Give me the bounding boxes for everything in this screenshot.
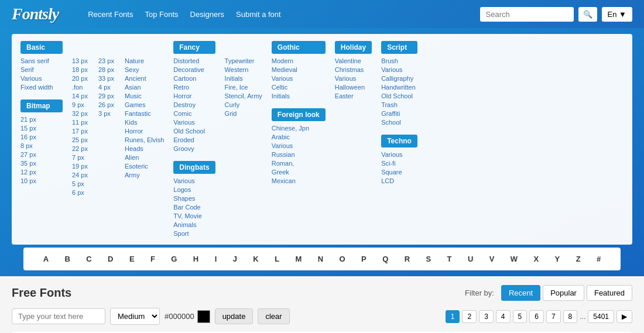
cat-fantastic[interactable]: Fantastic xyxy=(125,109,164,118)
color-swatch[interactable] xyxy=(197,310,210,323)
page-1[interactable]: 1 xyxy=(446,310,460,323)
alpha-m[interactable]: M xyxy=(293,253,304,265)
cat-runes[interactable]: Runes, Elvish xyxy=(125,136,164,144)
search-button[interactable]: 🔍 xyxy=(578,7,597,22)
page-5[interactable]: 5 xyxy=(513,310,527,323)
size-25[interactable]: 25 px xyxy=(72,136,89,144)
bitmap-size-2[interactable]: 15 px xyxy=(20,124,63,132)
logo[interactable]: Fontsly xyxy=(12,5,59,23)
size-select[interactable]: Medium xyxy=(110,308,160,325)
cat-animals[interactable]: Animals xyxy=(173,221,215,229)
cat-various-script[interactable]: Various xyxy=(381,66,417,74)
cat-old-school-script[interactable]: Old School xyxy=(381,92,417,100)
size-23[interactable]: 23 px xyxy=(98,57,115,65)
alpha-r[interactable]: R xyxy=(402,253,412,265)
size-20[interactable]: 20 px xyxy=(72,74,89,83)
cat-christmas[interactable]: Christmas xyxy=(335,66,372,74)
cat-comic[interactable]: Comic xyxy=(173,109,215,118)
alpha-b[interactable]: B xyxy=(63,253,73,265)
cat-various-holiday[interactable]: Various xyxy=(335,74,372,83)
cat-asian[interactable]: Asian xyxy=(125,83,164,91)
filter-featured[interactable]: Featured xyxy=(587,285,632,301)
cat-heads[interactable]: Heads xyxy=(125,145,164,153)
cat-sci-fi[interactable]: Sci-fi xyxy=(381,159,417,167)
basic-header[interactable]: Basic xyxy=(20,41,63,54)
size-5[interactable]: 5 px xyxy=(72,180,89,188)
filter-popular[interactable]: Popular xyxy=(543,285,584,301)
bitmap-size-4[interactable]: 8 px xyxy=(20,142,63,150)
alpha-g[interactable]: G xyxy=(169,253,179,265)
nav-top-fonts[interactable]: Top Fonts xyxy=(145,10,178,19)
size-28[interactable]: 28 px xyxy=(98,66,115,74)
alpha-j[interactable]: J xyxy=(231,253,239,265)
cat-various-ding[interactable]: Various xyxy=(173,177,215,185)
bitmap-size-6[interactable]: 35 px xyxy=(20,159,63,167)
alpha-c[interactable]: C xyxy=(84,253,94,265)
cat-kids[interactable]: Kids xyxy=(125,118,164,126)
bitmap-size-7[interactable]: 12 px xyxy=(20,168,63,176)
size-9[interactable]: 9 px xyxy=(72,101,89,109)
alpha-s[interactable]: S xyxy=(423,253,433,265)
cat-fixed-width[interactable]: Fixed width xyxy=(20,83,63,91)
cat-horror[interactable]: Horror xyxy=(125,127,164,135)
cat-music[interactable]: Music xyxy=(125,92,164,100)
cat-grid[interactable]: Grid xyxy=(225,109,262,118)
alpha-e[interactable]: E xyxy=(127,253,137,265)
alpha-i[interactable]: I xyxy=(213,253,220,265)
cat-various[interactable]: Various xyxy=(20,74,63,83)
cat-graffiti[interactable]: Graffiti xyxy=(381,109,417,118)
cat-square[interactable]: Square xyxy=(381,168,417,176)
filter-recent[interactable]: Recent xyxy=(501,285,540,301)
cat-ancient[interactable]: Ancient xyxy=(125,74,164,83)
cat-initials[interactable]: Initials xyxy=(225,74,262,83)
cat-mexican[interactable]: Mexican xyxy=(272,177,326,185)
cat-trash[interactable]: Trash xyxy=(381,101,417,109)
cat-alien[interactable]: Alien xyxy=(125,153,164,162)
page-next[interactable]: ▶ xyxy=(616,310,632,323)
cat-sans-serif[interactable]: Sans serif xyxy=(20,57,63,65)
cat-eroded[interactable]: Eroded xyxy=(173,136,215,144)
cat-stencil[interactable]: Stencil, Army xyxy=(225,92,262,100)
alpha-t[interactable]: T xyxy=(445,253,454,265)
alpha-v[interactable]: V xyxy=(487,253,497,265)
page-2[interactable]: 2 xyxy=(462,310,477,323)
nav-submit-font[interactable]: Submit a font xyxy=(236,10,281,19)
cat-russian[interactable]: Russian xyxy=(272,150,326,159)
cat-initials-gothic[interactable]: Initials xyxy=(272,92,326,100)
bitmap-size-8[interactable]: 10 px xyxy=(20,177,63,185)
size-19[interactable]: 19 px xyxy=(72,162,89,170)
cat-old-school-fancy[interactable]: Old School xyxy=(173,127,215,135)
nav-recent-fonts[interactable]: Recent Fonts xyxy=(88,10,133,19)
cat-fire-ice[interactable]: Fire, Ice xyxy=(225,83,262,91)
alpha-f[interactable]: F xyxy=(148,253,157,265)
cat-school[interactable]: School xyxy=(381,118,417,126)
size-7[interactable]: 7 px xyxy=(72,153,89,162)
page-6[interactable]: 6 xyxy=(529,310,544,323)
size-17[interactable]: 17 px xyxy=(72,127,89,135)
cat-decorative[interactable]: Decorative xyxy=(173,66,215,74)
cat-logos[interactable]: Logos xyxy=(173,186,215,194)
size-33[interactable]: 33 px xyxy=(98,74,115,83)
cat-easter[interactable]: Easter xyxy=(335,92,372,100)
size-13[interactable]: 13 px xyxy=(72,57,89,65)
size-3[interactable]: 3 px xyxy=(98,109,115,118)
cat-medieval[interactable]: Medieval xyxy=(272,66,326,74)
size-4[interactable]: 4 px xyxy=(98,83,115,91)
gothic-header[interactable]: Gothic xyxy=(272,41,326,54)
alpha-a[interactable]: A xyxy=(41,253,51,265)
page-8[interactable]: 8 xyxy=(563,310,578,323)
size-29[interactable]: 29 px xyxy=(98,92,115,100)
cat-celtic[interactable]: Celtic xyxy=(272,83,326,91)
size-14[interactable]: 14 px xyxy=(72,92,89,100)
alpha-o[interactable]: O xyxy=(337,253,348,265)
cat-modern[interactable]: Modern xyxy=(272,57,326,65)
alpha-u[interactable]: U xyxy=(465,253,475,265)
cat-calligraphy[interactable]: Calligraphy xyxy=(381,74,417,83)
size-11[interactable]: 11 px xyxy=(72,118,89,126)
cat-valentine[interactable]: Valentine xyxy=(335,57,372,65)
page-7[interactable]: 7 xyxy=(546,310,561,323)
cat-sport[interactable]: Sport xyxy=(173,229,215,238)
language-selector[interactable]: En ▼ xyxy=(602,7,632,22)
alpha-q[interactable]: Q xyxy=(380,253,390,265)
page-4[interactable]: 4 xyxy=(496,310,511,323)
